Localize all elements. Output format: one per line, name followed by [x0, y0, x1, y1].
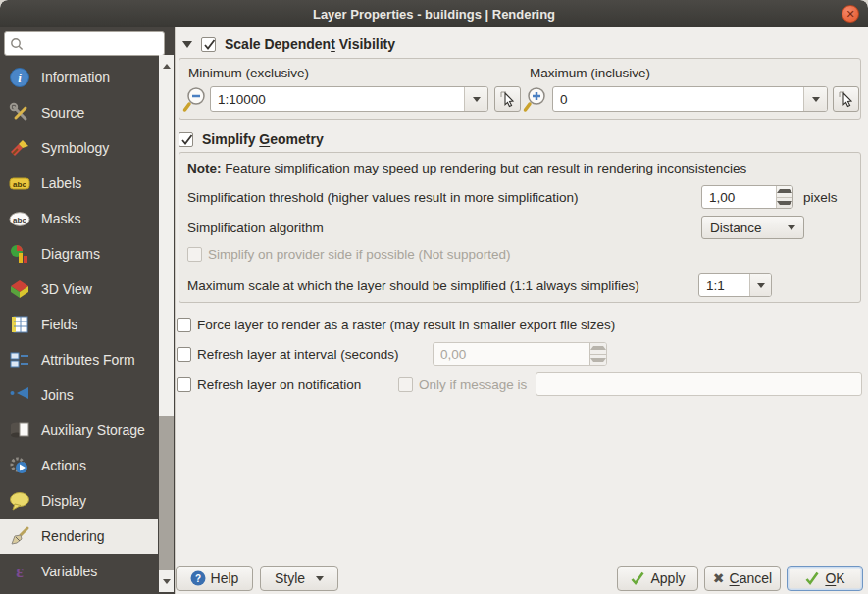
sidebar-item-label: 3D View	[41, 281, 92, 297]
threshold-input[interactable]	[702, 186, 776, 208]
sidebar-item-variables[interactable]: ε Variables	[0, 554, 158, 589]
scale-visibility-title: Scale Dependent Visibility	[225, 36, 395, 52]
svg-text:?: ?	[195, 573, 201, 584]
sidebar-item-joins[interactable]: Joins	[0, 377, 158, 413]
sidebar-item-symbology[interactable]: Symbology	[0, 130, 158, 166]
refresh-interval-label: Refresh layer at interval (seconds)	[197, 347, 399, 362]
threshold-label: Simplification threshold (higher values …	[187, 190, 578, 205]
chevron-down-icon	[473, 97, 481, 102]
only-message-label: Only if message is	[419, 377, 527, 392]
force-raster-checkbox[interactable]	[177, 318, 191, 332]
chevron-down-icon	[788, 225, 795, 230]
sidebar-list: i Information Source Symbology abc Label…	[0, 60, 158, 589]
sidebar-item-label: Labels	[41, 175, 81, 191]
maximum-scale-dropdown-button[interactable]	[803, 87, 827, 111]
diagrams-icon	[9, 243, 30, 265]
minimum-use-canvas-scale-button[interactable]	[494, 86, 521, 112]
sidebar-item-auxiliary-storage[interactable]: Auxiliary Storage	[0, 413, 158, 448]
algorithm-combobox[interactable]: Distance	[701, 216, 804, 239]
scrollbar-up-button[interactable]	[159, 55, 174, 76]
scale-visibility-checkbox[interactable]	[201, 37, 216, 52]
sidebar-item-label: Variables	[41, 564, 97, 579]
sidebar-item-labels[interactable]: abc Labels	[0, 166, 158, 201]
sidebar-item-label: Diagrams	[41, 246, 100, 262]
rendering-icon	[9, 525, 30, 547]
simplify-geometry-checkbox[interactable]	[179, 132, 193, 147]
minimum-scale-dropdown-button[interactable]	[464, 87, 487, 111]
zoom-out-icon	[182, 86, 207, 116]
refresh-notification-label: Refresh layer on notification	[197, 377, 361, 392]
style-button[interactable]: Style	[260, 566, 338, 591]
sidebar: i Information Source Symbology abc Label…	[0, 27, 175, 594]
close-icon: ✕	[845, 9, 854, 20]
maximum-scale-input[interactable]	[553, 87, 803, 111]
maximum-use-canvas-scale-button[interactable]	[833, 86, 859, 112]
map-cursor-icon	[499, 90, 517, 108]
collapse-triangle-icon[interactable]	[182, 41, 192, 48]
sidebar-item-information[interactable]: i Information	[0, 60, 158, 95]
apply-button[interactable]: Apply	[617, 566, 698, 591]
scrollbar-track[interactable]	[159, 416, 174, 570]
symbology-icon	[9, 137, 30, 159]
notification-message-input	[536, 373, 861, 395]
labels-icon: abc	[9, 173, 30, 194]
sidebar-item-display[interactable]: Display	[0, 483, 158, 519]
close-button[interactable]: ✕	[842, 5, 859, 23]
svg-text:i: i	[18, 71, 22, 85]
sidebar-item-attributes-form[interactable]: Attributes Form	[0, 342, 158, 377]
rendering-panel: Scale Dependent Visibility Minimum (excl…	[175, 27, 868, 594]
sidebar-item-label: Joins	[41, 387, 74, 403]
help-button[interactable]: ? Help	[176, 566, 253, 591]
spin-down-button[interactable]	[777, 198, 792, 209]
sidebar-item-rendering[interactable]: Rendering	[0, 519, 158, 554]
auxiliary-storage-icon	[9, 420, 30, 441]
sidebar-item-label: Source	[41, 105, 84, 121]
algorithm-label: Simplification algorithm	[187, 221, 324, 235]
maximum-scale-combobox[interactable]	[552, 86, 828, 112]
scroll-down-icon	[163, 579, 171, 584]
checkmark-icon	[179, 132, 194, 147]
spin-up-icon	[590, 346, 606, 350]
sidebar-item-fields[interactable]: Fields	[0, 307, 158, 342]
scrollbar-down-button[interactable]	[159, 570, 174, 592]
sidebar-item-diagrams[interactable]: Diagrams	[0, 236, 158, 272]
search-input[interactable]	[24, 33, 164, 54]
refresh-notification-checkbox[interactable]	[177, 377, 191, 392]
svg-text:ε: ε	[16, 562, 24, 581]
map-cursor-icon	[838, 90, 855, 108]
scroll-up-icon	[163, 64, 171, 69]
sidebar-item-label: Information	[41, 70, 110, 85]
max-scale-simplify-input[interactable]	[699, 274, 749, 296]
sidebar-item-source[interactable]: Source	[0, 95, 158, 130]
sidebar-scrollbar[interactable]	[159, 55, 174, 592]
sidebar-item-label: Auxiliary Storage	[41, 422, 145, 438]
simplify-geometry-group: Note: Feature simplification may speed u…	[179, 152, 861, 303]
ok-button[interactable]: OK	[787, 566, 863, 591]
threshold-spinbox[interactable]	[701, 185, 793, 209]
minimum-scale-input[interactable]	[211, 87, 464, 111]
scrollbar-thumb[interactable]	[159, 76, 174, 416]
sidebar-item-actions[interactable]: Actions	[0, 448, 158, 483]
sidebar-item-label: Attributes Form	[41, 352, 135, 368]
sidebar-item-label: Rendering	[41, 528, 105, 544]
spin-up-button[interactable]	[777, 186, 792, 197]
refresh-interval-checkbox[interactable]	[177, 347, 191, 362]
notification-message-field	[536, 372, 862, 396]
sidebar-item-masks[interactable]: abc Masks	[0, 201, 158, 236]
threshold-spin-buttons[interactable]	[776, 186, 792, 208]
display-icon	[9, 490, 30, 512]
sidebar-item-label: Fields	[41, 317, 77, 332]
max-scale-simplify-combobox[interactable]	[698, 273, 772, 297]
sidebar-item-3d-view[interactable]: 3D View	[0, 272, 158, 307]
masks-icon: abc	[9, 208, 30, 229]
cancel-button[interactable]: ✖ Cancel	[704, 566, 781, 591]
information-icon: i	[9, 67, 30, 88]
layer-properties-dialog: Layer Properties - buildings | Rendering…	[0, 0, 868, 594]
simplify-geometry-title: Simplify Geometry	[202, 131, 324, 147]
titlebar[interactable]: Layer Properties - buildings | Rendering…	[0, 0, 868, 27]
search-box[interactable]	[4, 31, 165, 56]
provider-simplify-label: Simplify on provider side if possible (N…	[208, 247, 510, 262]
3d-view-icon	[9, 278, 30, 300]
max-scale-dropdown-button[interactable]	[749, 274, 771, 296]
minimum-scale-combobox[interactable]	[210, 86, 488, 112]
